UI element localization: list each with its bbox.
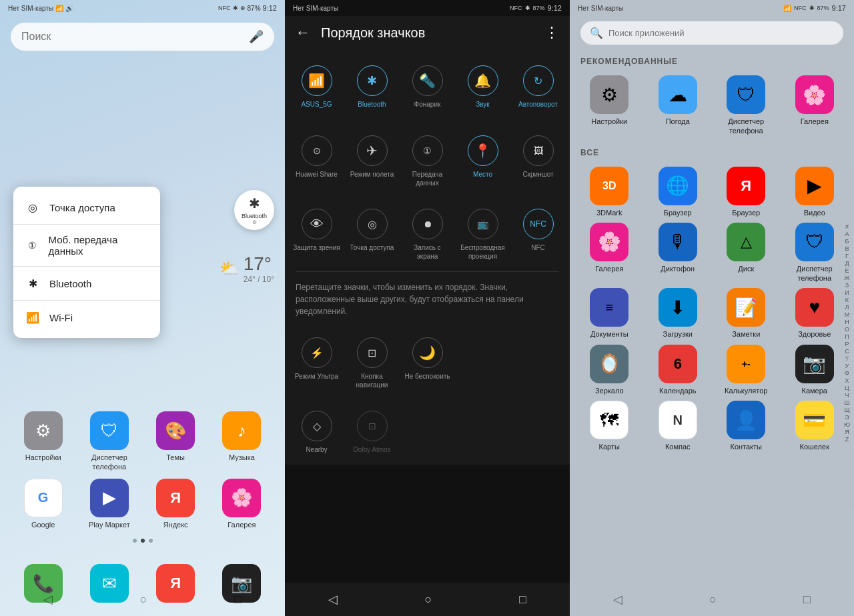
recent-btn-1[interactable]: □ [229, 587, 247, 612]
app-yandex[interactable]: Я Яндекс [146, 479, 205, 529]
quick-nfc[interactable]: NFC NFC [512, 203, 564, 266]
home-btn-2[interactable]: ○ [420, 587, 438, 612]
context-wifi[interactable]: 📶 Wi-Fi [13, 302, 160, 333]
alpha-p[interactable]: П [843, 333, 851, 340]
drawer-settings[interactable]: ⚙ Настройки [578, 75, 641, 136]
app-search-bar[interactable]: 🔍 [580, 21, 843, 45]
drawer-contacts[interactable]: 👤 Контакты [715, 401, 778, 451]
drawer-docs[interactable]: ≡ Документы [578, 288, 641, 339]
drawer-3dmark[interactable]: 3D 3DMark [578, 167, 641, 217]
alpha-e[interactable]: Э [843, 414, 851, 421]
home-btn-1[interactable]: ○ [135, 587, 153, 612]
search-input[interactable] [21, 31, 244, 43]
drawer-health[interactable]: ♥ Здоровье [783, 288, 847, 339]
alpha-sh[interactable]: Ш [843, 399, 851, 406]
app-music[interactable]: ♪ Музыка [212, 411, 272, 472]
app-gallery[interactable]: 🌸 Галерея [212, 479, 272, 529]
quick-hw-share[interactable]: ⊙ Huawei Share [290, 130, 343, 193]
drawer-weather[interactable]: ☁ Погода [647, 75, 710, 136]
context-hotspot[interactable]: ◎ Точка доступа [13, 192, 160, 223]
recent-btn-3[interactable]: □ [798, 587, 816, 612]
drawer-phone-manager[interactable]: 🛡 Диспетчер телефона [715, 75, 778, 136]
alpha-ye[interactable]: Е [843, 267, 851, 274]
drawer-drive[interactable]: △ Диск [715, 223, 778, 283]
alpha-t[interactable]: Т [843, 355, 851, 362]
quick-flashlight[interactable]: 🔦 Фонарик [401, 60, 454, 114]
alpha-d[interactable]: Д [843, 260, 851, 267]
drawer-dictaphone[interactable]: 🎙 Диктофон [647, 223, 710, 283]
quick-dolby[interactable]: ⊡ Dolby Atmos [346, 405, 398, 459]
alpha-shch[interactable]: Щ [843, 407, 851, 413]
drawer-gallery[interactable]: 🌸 Галерея [783, 75, 847, 136]
alpha-ya[interactable]: Я [843, 429, 851, 435]
drawer-mirror[interactable]: 🪞 Зеркало [578, 345, 641, 395]
drawer-compass[interactable]: N Компас [647, 401, 710, 451]
alpha-zh[interactable]: Ж [843, 275, 851, 281]
alpha-hash[interactable]: # [843, 223, 851, 230]
search-bar[interactable]: 🎤 [11, 23, 274, 51]
quick-wifi[interactable]: 📶 ASUS_5G [290, 60, 343, 114]
alpha-b[interactable]: Б [843, 238, 851, 245]
alpha-u[interactable]: У [843, 363, 851, 369]
quick-airplane[interactable]: ✈ Режим полета [346, 130, 398, 193]
quick-nearby[interactable]: ◇ Nearby [290, 405, 343, 459]
drawer-browser1[interactable]: 🌐 Браузер [647, 167, 710, 217]
drawer-calendar[interactable]: 6 Календарь [647, 345, 710, 395]
p2-back-btn[interactable]: ← [296, 24, 310, 41]
drawer-gallery2[interactable]: 🌸 Галерея [578, 223, 641, 283]
bluetooth-float-button[interactable]: ✱ Bluetooth ⚙ [234, 190, 274, 230]
alpha-n[interactable]: Н [843, 319, 851, 325]
quick-wireless-proj[interactable]: 📺 Беспроводная проекция [456, 203, 509, 266]
quick-bluetooth[interactable]: ✱ Bluetooth [346, 60, 398, 114]
alpha-ts[interactable]: Ц [843, 385, 851, 391]
drawer-video[interactable]: ▶ Видео [783, 167, 847, 217]
home-btn-3[interactable]: ○ [704, 587, 722, 612]
app-settings[interactable]: ⚙ Настройки [13, 411, 73, 472]
quick-data-transfer[interactable]: ① Передача данных [401, 130, 454, 193]
app-phone-manager[interactable]: 🛡 Диспетчер телефона [79, 411, 139, 472]
quick-nav-button[interactable]: ⊡ Кнопка навигации [346, 332, 398, 395]
quick-eye[interactable]: 👁 Защита зрения [290, 203, 343, 266]
drawer-wallet[interactable]: 💳 Кошелек [783, 401, 847, 451]
quick-location[interactable]: 📍 Место [456, 130, 509, 193]
quick-screen-rec[interactable]: ⏺ Запись с экрана [401, 203, 454, 266]
context-mobile-data[interactable]: ① Моб. передача данных [13, 226, 160, 265]
alpha-v[interactable]: В [843, 245, 851, 252]
alpha-zz[interactable]: Z [843, 436, 851, 443]
drawer-camera[interactable]: 📷 Камера [783, 345, 847, 395]
app-google[interactable]: G Google [13, 479, 73, 529]
back-btn-1[interactable]: ◁ [38, 587, 58, 612]
alpha-f[interactable]: Ф [843, 370, 851, 377]
quick-screenshot[interactable]: 🖼 Скриншот [512, 130, 564, 193]
p2-more-btn[interactable]: ⋮ [544, 24, 559, 41]
quick-autorotate[interactable]: ↻ Автоповорот [512, 60, 564, 114]
quick-no-disturb[interactable]: 🌙 Не беспокоить [401, 332, 454, 395]
alpha-m[interactable]: М [843, 311, 851, 318]
drawer-browser2[interactable]: Я Браузер [715, 167, 778, 217]
drawer-notes[interactable]: 📝 Заметки [715, 288, 778, 339]
back-btn-2[interactable]: ◁ [323, 587, 343, 612]
alpha-ch[interactable]: Ч [843, 392, 851, 399]
drawer-calculator[interactable]: +- Калькулятор [715, 345, 778, 395]
alpha-o[interactable]: О [843, 326, 851, 333]
alpha-z[interactable]: З [843, 282, 851, 289]
alpha-k[interactable]: К [843, 297, 851, 303]
quick-ultra[interactable]: ⚡ Режим Ультра [290, 332, 343, 395]
alpha-g[interactable]: Г [843, 253, 851, 259]
drawer-downloads[interactable]: ⬇ Загрузки [647, 288, 710, 339]
app-search-input[interactable] [608, 28, 834, 38]
drawer-pm2[interactable]: 🛡 Диспетчер телефона [783, 223, 847, 283]
back-btn-3[interactable]: ◁ [608, 587, 628, 612]
alpha-s[interactable]: С [843, 348, 851, 355]
alpha-l[interactable]: Л [843, 304, 851, 311]
context-bluetooth[interactable]: ✱ Bluetooth [13, 268, 160, 299]
alpha-i[interactable]: И [843, 289, 851, 296]
drawer-maps[interactable]: 🗺 Карты [578, 401, 641, 451]
quick-sound[interactable]: 🔔 Звук [456, 60, 509, 114]
alpha-yu[interactable]: Ю [843, 421, 851, 428]
quick-hotspot[interactable]: ◎ Точка доступа [346, 203, 398, 266]
mic-icon[interactable]: 🎤 [249, 29, 264, 44]
alpha-h[interactable]: Х [843, 377, 851, 384]
app-themes[interactable]: 🎨 Темы [146, 411, 205, 472]
alpha-a[interactable]: А [843, 231, 851, 237]
